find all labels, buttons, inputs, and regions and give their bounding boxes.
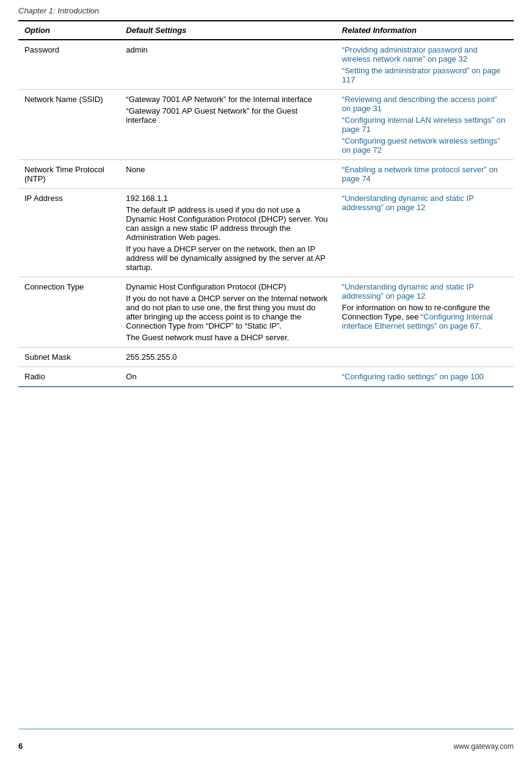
- related-text: “Understanding dynamic and static IP add…: [342, 194, 508, 212]
- related-text: For information on how to re-configure t…: [342, 303, 508, 330]
- table-row: Network Time Protocol (NTP)None“Enabling…: [18, 160, 514, 189]
- default-text: “Gateway 7001 AP Guest Network” for the …: [126, 106, 330, 125]
- option-cell: Subnet Mask: [18, 348, 120, 367]
- related-text: “Configuring internal LAN wireless setti…: [342, 115, 508, 134]
- option-cell: Network Time Protocol (NTP): [18, 160, 120, 189]
- default-text: “Gateway 7001 AP Network” for the Intern…: [126, 95, 330, 104]
- option-cell: Connection Type: [18, 277, 120, 348]
- default-cell: Dynamic Host Configuration Protocol (DHC…: [120, 277, 336, 348]
- col-header-option: Option: [18, 21, 120, 40]
- default-text: If you have a DHCP server on the network…: [126, 244, 330, 272]
- table-row: RadioOn“Configuring radio settings” on p…: [18, 367, 514, 387]
- footer-page-number: 6: [18, 742, 23, 751]
- related-cell: “Enabling a network time protocol server…: [336, 160, 514, 189]
- related-link[interactable]: “Reviewing and describing the access poi…: [342, 95, 497, 113]
- table-row: Connection TypeDynamic Host Configuratio…: [18, 277, 514, 348]
- default-text: The default IP address is used if you do…: [126, 205, 330, 242]
- table-row: Network Name (SSID)“Gateway 7001 AP Netw…: [18, 90, 514, 160]
- option-cell: IP Address: [18, 189, 120, 277]
- table-row: Passwordadmin“Providing administrator pa…: [18, 40, 514, 90]
- chapter-header: Chapter 1: Introduction: [18, 6, 514, 15]
- option-cell: Password: [18, 40, 120, 90]
- related-cell: “Understanding dynamic and static IP add…: [336, 277, 514, 348]
- option-cell: Radio: [18, 367, 120, 387]
- related-link[interactable]: “Understanding dynamic and static IP add…: [342, 194, 474, 212]
- related-text: “Configuring guest network wireless sett…: [342, 136, 508, 155]
- default-cell: 192.168.1.1The default IP address is use…: [120, 189, 336, 277]
- table-row: Subnet Mask255.255.255.0: [18, 348, 514, 367]
- table-row: IP Address192.168.1.1The default IP addr…: [18, 189, 514, 277]
- page-wrapper: Chapter 1: Introduction Option Default S…: [0, 0, 532, 769]
- col-header-default: Default Settings: [120, 21, 336, 40]
- related-cell: “Providing administrator password and wi…: [336, 40, 514, 90]
- related-link[interactable]: “Understanding dynamic and static IP add…: [342, 282, 474, 301]
- default-cell: None: [120, 160, 336, 189]
- related-text: “Providing administrator password and wi…: [342, 45, 508, 64]
- related-cell: “Understanding dynamic and static IP add…: [336, 189, 514, 277]
- related-text: “Configuring radio settings” on page 100: [342, 372, 508, 381]
- related-link[interactable]: “Configuring guest network wireless sett…: [342, 136, 500, 155]
- main-table: Option Default Settings Related Informat…: [18, 20, 514, 387]
- option-cell: Network Name (SSID): [18, 90, 120, 160]
- col-header-related: Related Information: [336, 21, 514, 40]
- related-text: “Reviewing and describing the access poi…: [342, 95, 508, 113]
- page-footer: 6 www.gateway.com: [18, 729, 514, 751]
- default-text: If you do not have a DHCP server on the …: [126, 294, 330, 330]
- default-cell: 255.255.255.0: [120, 348, 336, 367]
- related-text: “Enabling a network time protocol server…: [342, 165, 508, 183]
- default-cell: admin: [120, 40, 336, 90]
- related-text: “Setting the administrator password” on …: [342, 66, 508, 84]
- related-cell: [336, 348, 514, 367]
- related-link[interactable]: “Enabling a network time protocol server…: [342, 165, 498, 183]
- default-cell: “Gateway 7001 AP Network” for the Intern…: [120, 90, 336, 160]
- table-header-row: Option Default Settings Related Informat…: [18, 21, 514, 40]
- default-text: Dynamic Host Configuration Protocol (DHC…: [126, 282, 330, 291]
- related-link[interactable]: “Setting the administrator password” on …: [342, 66, 500, 84]
- related-text: “Understanding dynamic and static IP add…: [342, 282, 508, 301]
- related-link[interactable]: “Providing administrator password and wi…: [342, 45, 478, 64]
- related-link[interactable]: “Configuring internal LAN wireless setti…: [342, 115, 505, 134]
- related-cell: “Reviewing and describing the access poi…: [336, 90, 514, 160]
- footer-url: www.gateway.com: [454, 742, 514, 751]
- related-link[interactable]: “Configuring radio settings” on page 100: [342, 372, 484, 381]
- default-cell: On: [120, 367, 336, 387]
- default-text: The Guest network must have a DHCP serve…: [126, 333, 330, 342]
- default-text: 192.168.1.1: [126, 194, 330, 203]
- related-link[interactable]: “Configuring Internal interface Ethernet…: [342, 312, 493, 330]
- related-cell: “Configuring radio settings” on page 100: [336, 367, 514, 387]
